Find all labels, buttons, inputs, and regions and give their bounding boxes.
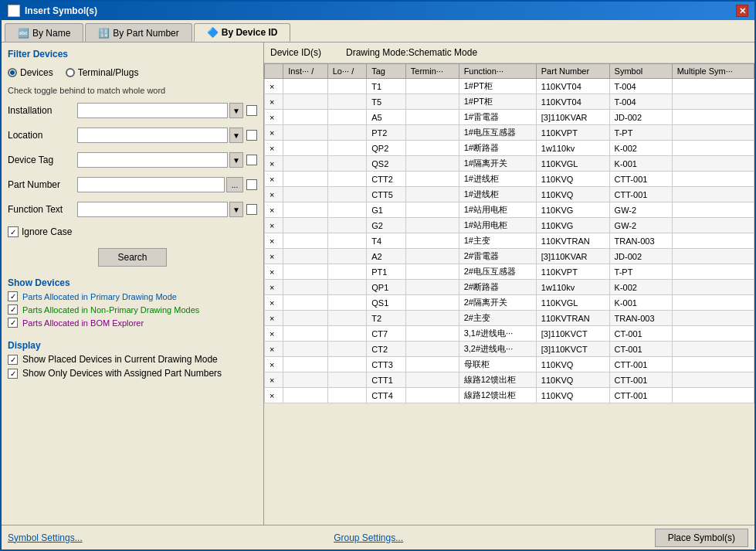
row-term xyxy=(405,202,459,218)
table-row[interactable]: × A5 1#雷電器 [3]110KVAR JD-002 xyxy=(265,110,754,125)
bom-label: Parts Allocated in BOM Explorer xyxy=(22,318,144,328)
part-number-row: Part Number ... xyxy=(8,177,257,192)
table-row[interactable]: × T1 1#PT柜 110KVT04 T-004 xyxy=(265,79,754,94)
close-button[interactable]: ✕ xyxy=(736,5,748,17)
show-devices-section: Show Devices ✓ Parts Allocated in Primar… xyxy=(8,277,257,331)
table-row[interactable]: × PT1 2#电压互感器 110KVPT T-PT xyxy=(265,264,754,280)
search-button[interactable]: Search xyxy=(98,248,166,267)
device-tag-dropdown-btn[interactable]: ▼ xyxy=(229,152,243,168)
table-row[interactable]: × CTT2 1#进线柜 110KVQ CTT-001 xyxy=(265,172,754,187)
tab-by-part-number[interactable]: 🔢 By Part Number xyxy=(85,23,192,42)
device-tag-check[interactable] xyxy=(246,155,257,165)
row-check: × xyxy=(265,94,283,110)
row-lo xyxy=(327,233,367,249)
col-tag[interactable]: Tag xyxy=(367,64,406,79)
row-check: × xyxy=(265,326,283,342)
row-tag: QS2 xyxy=(367,156,406,172)
installation-dropdown-btn[interactable]: ▼ xyxy=(229,103,243,118)
bom-checkbox[interactable]: ✓ xyxy=(8,318,18,328)
row-check: × xyxy=(265,388,283,403)
location-input-wrap: ▼ xyxy=(77,128,257,143)
row-tag: T4 xyxy=(367,233,406,249)
function-text-input[interactable] xyxy=(77,202,228,217)
device-tag-input[interactable] xyxy=(77,152,228,168)
row-multi xyxy=(672,233,754,249)
location-input[interactable] xyxy=(77,128,228,143)
table-row[interactable]: × QP1 2#断路器 1w110kv K-002 xyxy=(265,280,754,295)
installation-check[interactable] xyxy=(246,105,257,116)
row-inst xyxy=(283,141,327,156)
row-part: [3]110KVCT xyxy=(536,342,609,357)
table-row[interactable]: × A2 2#雷電器 [3]110KVAR JD-002 xyxy=(265,249,754,264)
table-row[interactable]: × CTT4 線路12馈出柜 110KVQ CTT-001 xyxy=(265,388,754,403)
table-row[interactable]: × CTT5 1#进线柜 110KVQ CTT-001 xyxy=(265,187,754,202)
table-row[interactable]: × CTT1 線路12馈出柜 110KVQ CTT-001 xyxy=(265,372,754,388)
part-number-input[interactable] xyxy=(77,177,225,192)
group-settings-link[interactable]: Group Settings... xyxy=(334,532,403,543)
device-table-wrap[interactable]: Inst··· / Lo··· / Tag Termin··· Function… xyxy=(264,63,754,525)
table-row[interactable]: × T2 2#主变 110KVTRAN TRAN-003 xyxy=(265,311,754,326)
row-part: 110KVTRAN xyxy=(536,233,609,249)
row-inst xyxy=(283,125,327,141)
device-tag-row: Device Tag ▼ xyxy=(8,152,257,168)
table-row[interactable]: × G1 1#站用电柜 110KVG GW-2 xyxy=(265,202,754,218)
radio-devices[interactable]: Devices xyxy=(8,67,53,78)
col-term[interactable]: Termin··· xyxy=(405,64,459,79)
row-inst xyxy=(283,233,327,249)
row-lo xyxy=(327,202,367,218)
table-row[interactable]: × G2 1#站用电柜 110KVG GW-2 xyxy=(265,218,754,233)
row-tag: PT2 xyxy=(367,125,406,141)
row-tag: QP2 xyxy=(367,141,406,156)
row-part: 110KVQ xyxy=(536,372,609,388)
col-part[interactable]: Part Number xyxy=(536,64,609,79)
title-bar-left: ⊞ Insert Symbol(s) xyxy=(8,5,97,17)
row-part: 110KVQ xyxy=(536,357,609,372)
location-check[interactable] xyxy=(246,130,257,141)
row-inst xyxy=(283,172,327,187)
table-row[interactable]: × T4 1#主变 110KVTRAN TRAN-003 xyxy=(265,233,754,249)
part-number-dotdot-btn[interactable]: ... xyxy=(226,177,243,192)
row-check: × xyxy=(265,233,283,249)
ignore-case-label: Ignore Case xyxy=(22,226,72,237)
row-part: 110KVGL xyxy=(536,156,609,172)
symbol-settings-link[interactable]: Symbol Settings... xyxy=(8,532,83,543)
place-symbol-button[interactable]: Place Symbol(s) xyxy=(655,529,748,547)
row-part: 1w110kv xyxy=(536,141,609,156)
row-part: 110KVPT xyxy=(536,125,609,141)
row-multi xyxy=(672,202,754,218)
function-text-dropdown-btn[interactable]: ▼ xyxy=(229,202,243,217)
table-row[interactable]: × CT7 3,1#进线电··· [3]110KVCT CT-001 xyxy=(265,326,754,342)
row-term xyxy=(405,218,459,233)
col-multi[interactable]: Multiple Sym··· xyxy=(672,64,754,79)
col-func[interactable]: Function··· xyxy=(459,64,536,79)
location-dropdown-btn[interactable]: ▼ xyxy=(229,128,243,143)
col-inst[interactable]: Inst··· / xyxy=(283,64,327,79)
table-row[interactable]: × QS2 1#隔离开关 110KVGL K-001 xyxy=(265,156,754,172)
part-number-check[interactable] xyxy=(246,179,257,190)
table-row[interactable]: × QP2 1#断路器 1w110kv K-002 xyxy=(265,141,754,156)
radio-devices-circle xyxy=(8,68,17,77)
primary-mode-checkbox[interactable]: ✓ xyxy=(8,291,18,301)
device-tag-input-wrap: ▼ xyxy=(77,152,257,168)
table-row[interactable]: × QS1 2#隔离开关 110KVGL K-001 xyxy=(265,295,754,311)
radio-terminal[interactable]: Terminal/Plugs xyxy=(66,67,139,78)
table-row[interactable]: × T5 1#PT柜 110KVT04 T-004 xyxy=(265,94,754,110)
col-lo[interactable]: Lo··· / xyxy=(327,64,367,79)
installation-input[interactable] xyxy=(77,103,228,118)
radio-devices-label: Devices xyxy=(20,67,53,78)
assigned-parts-checkbox[interactable]: ✓ xyxy=(8,369,18,379)
col-symbol[interactable]: Symbol xyxy=(609,64,672,79)
table-row[interactable]: × CT2 3,2#进线电··· [3]110KVCT CT-001 xyxy=(265,342,754,357)
table-row[interactable]: × PT2 1#电压互感器 110KVPT T-PT xyxy=(265,125,754,141)
function-text-check[interactable] xyxy=(246,204,257,215)
tab-by-name[interactable]: 🔤 By Name xyxy=(5,23,83,42)
table-row[interactable]: × CTT3 母联柜 110KVQ CTT-001 xyxy=(265,357,754,372)
current-mode-checkbox[interactable]: ✓ xyxy=(8,355,18,365)
ignore-case-checkbox[interactable]: ✓ xyxy=(8,226,19,237)
tab-by-device-id[interactable]: 🔷 By Device ID xyxy=(194,23,291,42)
row-part: 110KVT04 xyxy=(536,79,609,94)
row-symbol: CTT-001 xyxy=(609,357,672,372)
row-term xyxy=(405,94,459,110)
row-check: × xyxy=(265,79,283,94)
nonpro-mode-checkbox[interactable]: ✓ xyxy=(8,304,18,315)
